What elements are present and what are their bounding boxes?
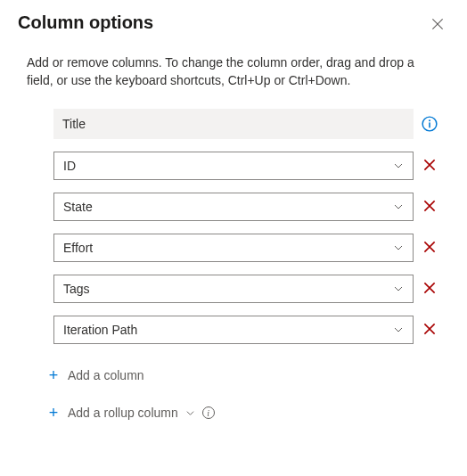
chevron-down-icon <box>393 283 404 294</box>
column-select-label: State <box>63 200 93 214</box>
chevron-down-icon <box>393 201 404 212</box>
column-list: Title ID State <box>53 109 440 344</box>
remove-icon <box>422 280 438 299</box>
remove-icon <box>422 157 438 176</box>
remove-column-button[interactable] <box>419 319 440 341</box>
column-row[interactable]: Tags <box>53 275 440 303</box>
plus-icon: + <box>46 367 61 383</box>
column-select-label: ID <box>63 159 76 173</box>
close-button[interactable] <box>426 12 449 38</box>
column-select-label: Iteration Path <box>63 323 137 337</box>
column-row-locked[interactable]: Title <box>53 109 440 139</box>
chevron-down-icon <box>393 242 404 253</box>
column-row[interactable]: Effort <box>53 234 440 262</box>
info-icon[interactable]: i <box>202 406 215 419</box>
column-select[interactable]: Tags <box>53 275 414 303</box>
column-row[interactable]: State <box>53 193 440 221</box>
column-select-label: Effort <box>63 241 93 255</box>
svg-rect-2 <box>429 123 430 128</box>
dialog-description: Add or remove columns. To change the col… <box>27 54 440 89</box>
remove-column-button[interactable] <box>419 237 440 259</box>
locked-column-label: Title <box>62 117 86 131</box>
column-select[interactable]: Iteration Path <box>53 316 414 344</box>
column-select[interactable]: State <box>53 193 414 221</box>
column-row[interactable]: Iteration Path <box>53 316 440 344</box>
remove-column-button[interactable] <box>419 196 440 218</box>
add-column-button[interactable]: + Add a column <box>46 367 144 383</box>
dialog-title: Column options <box>18 12 153 33</box>
add-column-label: Add a column <box>68 368 144 382</box>
column-row[interactable]: ID <box>53 152 440 180</box>
remove-icon <box>422 239 438 258</box>
column-select-label: Tags <box>63 282 90 296</box>
chevron-down-icon <box>185 408 195 418</box>
plus-icon: + <box>46 405 61 421</box>
remove-column-button[interactable] <box>419 155 440 177</box>
chevron-down-icon <box>393 324 404 335</box>
remove-column-button[interactable] <box>419 278 440 300</box>
svg-point-1 <box>429 119 430 121</box>
remove-icon <box>422 321 438 340</box>
column-select[interactable]: ID <box>53 152 414 180</box>
locked-column-field: Title <box>53 109 414 139</box>
close-icon <box>430 16 446 35</box>
column-select[interactable]: Effort <box>53 234 414 262</box>
add-rollup-column-button[interactable]: + Add a rollup column i <box>46 405 215 421</box>
chevron-down-icon <box>393 160 404 171</box>
remove-icon <box>422 198 438 217</box>
info-icon[interactable] <box>422 116 438 132</box>
add-rollup-label: Add a rollup column <box>68 406 178 420</box>
